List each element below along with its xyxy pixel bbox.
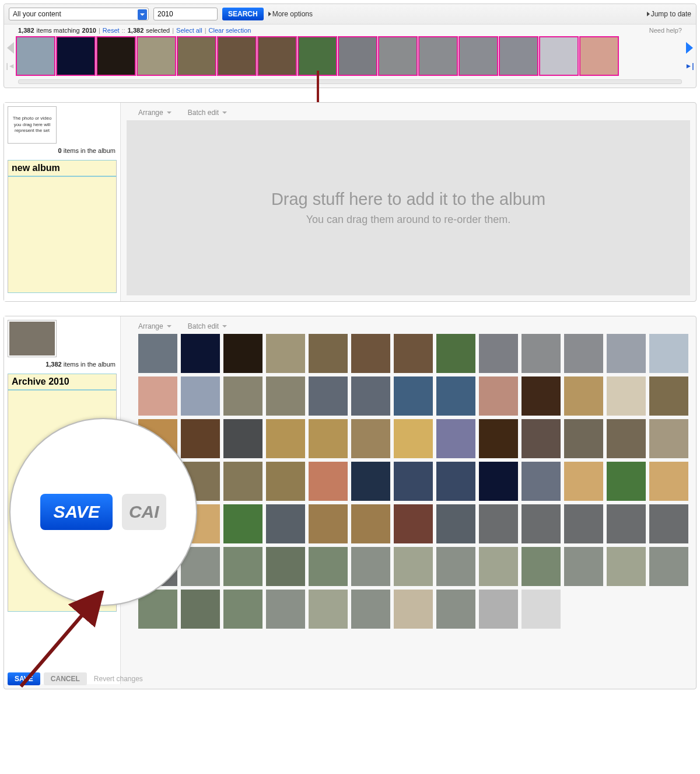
grid-photo[interactable] <box>394 334 433 373</box>
grid-photo[interactable] <box>266 547 305 586</box>
grid-photo[interactable] <box>522 590 561 629</box>
grid-photo[interactable] <box>564 504 603 543</box>
grid-photo[interactable] <box>266 590 305 629</box>
grid-photo[interactable] <box>522 462 561 501</box>
filmstrip-thumb[interactable] <box>378 36 418 76</box>
grid-photo[interactable] <box>607 376 646 416</box>
grid-photo[interactable] <box>394 590 433 629</box>
revert-changes-link[interactable]: Revert changes <box>94 675 143 683</box>
filmstrip-thumb[interactable] <box>418 36 458 76</box>
album-drop-zone[interactable]: Drag stuff here to add it to the album Y… <box>127 120 690 295</box>
filmstrip-prev[interactable]: |◄ <box>5 40 16 72</box>
grid-photo[interactable] <box>223 547 262 586</box>
grid-photo[interactable] <box>223 334 262 373</box>
filmstrip-thumb[interactable] <box>459 36 498 76</box>
grid-photo[interactable] <box>479 334 518 373</box>
grid-photo[interactable] <box>223 419 262 458</box>
zoom-cancel-button-partial[interactable]: CAI <box>122 494 166 530</box>
grid-photo[interactable] <box>522 334 561 373</box>
album-title-input[interactable] <box>8 160 117 176</box>
grid-photo[interactable] <box>266 334 305 373</box>
grid-photo[interactable] <box>649 334 688 373</box>
grid-photo[interactable] <box>394 419 433 458</box>
grid-photo[interactable] <box>181 334 220 373</box>
grid-photo[interactable] <box>394 547 433 586</box>
grid-photo[interactable] <box>394 462 433 501</box>
grid-photo[interactable] <box>436 376 475 416</box>
clear-selection-link[interactable]: Clear selection <box>209 27 251 34</box>
filmstrip-thumb[interactable] <box>136 36 176 76</box>
grid-photo[interactable] <box>351 547 390 586</box>
select-all-link[interactable]: Select all <box>176 27 202 34</box>
help-link[interactable]: Need help? <box>649 27 682 34</box>
grid-photo[interactable] <box>309 376 348 416</box>
grid-photo[interactable] <box>223 590 262 629</box>
grid-photo[interactable] <box>394 376 433 416</box>
grid-photo[interactable] <box>479 462 518 501</box>
filmstrip-thumb[interactable] <box>177 36 216 76</box>
grid-photo[interactable] <box>266 419 305 458</box>
arrange-menu[interactable]: Arrange <box>138 322 172 330</box>
filmstrip-thumb[interactable] <box>16 36 55 76</box>
grid-photo[interactable] <box>564 462 603 501</box>
grid-photo[interactable] <box>564 376 603 416</box>
grid-photo[interactable] <box>564 419 603 458</box>
grid-photo[interactable] <box>607 419 646 458</box>
grid-photo[interactable] <box>351 504 390 543</box>
jump-to-date-toggle[interactable]: Jump to date <box>647 10 691 18</box>
album-cover-thumb[interactable] <box>8 320 57 357</box>
batch-edit-menu[interactable]: Batch edit <box>188 322 227 330</box>
grid-photo[interactable] <box>266 504 305 543</box>
grid-photo[interactable] <box>181 419 220 458</box>
filmstrip-thumb[interactable] <box>499 36 538 76</box>
grid-photo[interactable] <box>607 462 646 501</box>
grid-photo[interactable] <box>479 547 518 586</box>
arrange-menu[interactable]: Arrange <box>138 109 172 117</box>
grid-photo[interactable] <box>309 504 348 543</box>
grid-photo[interactable] <box>479 504 518 543</box>
grid-photo[interactable] <box>436 547 475 586</box>
filmstrip-thumb[interactable] <box>579 36 619 76</box>
grid-photo[interactable] <box>351 376 390 416</box>
grid-photo[interactable] <box>223 462 262 501</box>
grid-photo[interactable] <box>607 334 646 373</box>
grid-photo[interactable] <box>309 590 348 629</box>
filmstrip-scrollbar[interactable] <box>18 79 682 84</box>
grid-photo[interactable] <box>436 504 475 543</box>
grid-photo[interactable] <box>436 462 475 501</box>
grid-photo[interactable] <box>351 590 390 629</box>
grid-photo[interactable] <box>266 462 305 501</box>
filmstrip-next[interactable]: ►| <box>684 40 695 72</box>
grid-photo[interactable] <box>436 419 475 458</box>
filmstrip-thumb[interactable] <box>56 36 96 76</box>
reset-link[interactable]: Reset <box>103 27 120 34</box>
grid-photo[interactable] <box>522 504 561 543</box>
more-options-toggle[interactable]: More options <box>268 10 313 18</box>
grid-photo[interactable] <box>436 590 475 629</box>
filmstrip-thumb[interactable] <box>257 36 297 76</box>
grid-photo[interactable] <box>181 376 220 416</box>
grid-photo[interactable] <box>607 504 646 543</box>
grid-photo[interactable] <box>479 376 518 416</box>
grid-photo[interactable] <box>649 376 688 416</box>
grid-photo[interactable] <box>649 504 688 543</box>
grid-photo[interactable] <box>266 376 305 416</box>
grid-photo[interactable] <box>522 419 561 458</box>
grid-photo[interactable] <box>223 376 262 416</box>
photo-grid[interactable] <box>138 334 690 678</box>
cancel-button[interactable]: CANCEL <box>44 672 87 685</box>
grid-photo[interactable] <box>138 334 177 373</box>
grid-photo[interactable] <box>394 504 433 543</box>
grid-photo[interactable] <box>436 334 475 373</box>
save-button[interactable]: SAVE <box>8 672 40 685</box>
filmstrip-thumbs[interactable] <box>16 36 684 76</box>
grid-photo[interactable] <box>564 334 603 373</box>
zoom-save-button[interactable]: SAVE <box>40 494 112 530</box>
album-description-input[interactable] <box>8 176 117 293</box>
batch-edit-menu[interactable]: Batch edit <box>188 109 227 117</box>
grid-photo[interactable] <box>181 590 220 629</box>
scope-select[interactable]: All your content <box>9 8 149 20</box>
filmstrip-thumb[interactable] <box>539 36 579 76</box>
grid-photo[interactable] <box>522 376 561 416</box>
filmstrip-thumb[interactable] <box>338 36 377 76</box>
